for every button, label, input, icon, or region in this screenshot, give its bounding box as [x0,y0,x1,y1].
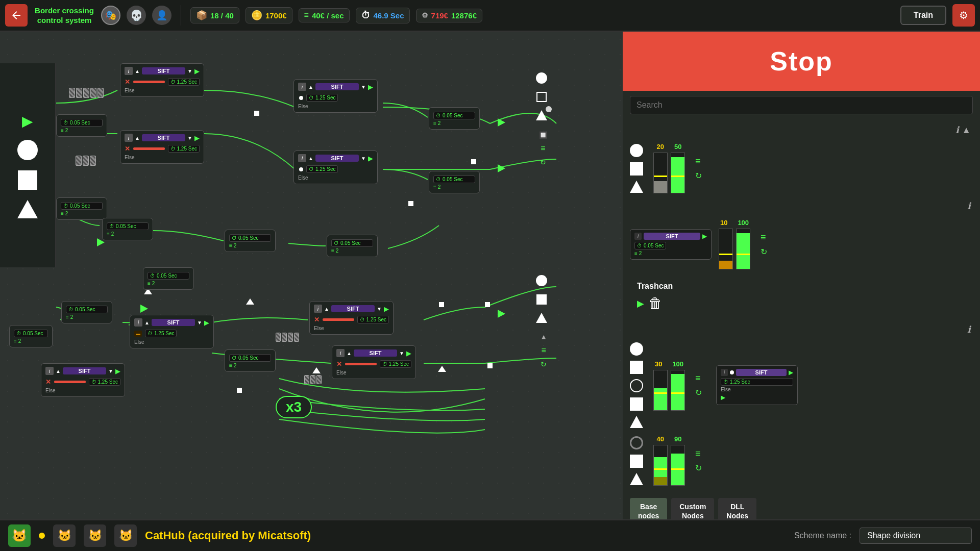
timer-node-7[interactable]: ⏱0.05 Sec ≡2 [102,218,153,240]
cat-avatar-1[interactable]: 🐱 [53,524,76,547]
shape-triangle-1 [630,181,643,193]
back-button[interactable] [5,4,28,27]
sift-node-17[interactable]: i ▲ SIFT ▼ ▶ ✕ ⏱1.25 Sec Else [41,363,125,397]
tab-dll-nodes[interactable]: DLL Nodes [718,498,756,520]
meter-bar-left [653,153,668,193]
svg-rect-7 [237,388,242,393]
total-value: 12876€ [451,11,477,20]
sift-node-1[interactable]: i ▲ SIFT ▼ ▶ ✕ ⏱1.25 Sec Else [120,63,204,97]
train-button[interactable]: Train [900,6,946,25]
square-shape [18,170,37,190]
meter-label-high: 50 [674,143,681,151]
queue-items-3 [276,333,299,342]
palette-row-1: 20 50 ≡ ↻ [630,143,973,193]
cat-avatar-3[interactable]: 🐱 [114,524,137,547]
timer-stat: ⏱ 46.9 Sec [356,8,410,23]
timer-node-11[interactable]: ⏱0.05 Sec ≡2 [429,171,480,193]
meter-label-low: 20 [657,143,664,151]
cat-dot [39,533,45,539]
sift-node-4[interactable]: i ▲ SIFT ▼ ▶ ⏱1.25 Sec Else [293,151,378,184]
settings-button[interactable]: ⚙ [952,4,975,27]
rate-stat: ≡ 40€ / sec [299,8,350,22]
node-info-badge: i [125,67,133,75]
timer-node-18[interactable]: ⏱0.05 Sec ≡2 [225,349,276,372]
trashcan-label: Trashcan [637,282,673,291]
multiplier-badge: x3 [276,396,312,418]
shape-circle-2 [630,342,643,356]
meter-group-1: 20 50 [653,143,685,193]
shape-triangle-3 [630,473,643,485]
timer-node-8[interactable]: ⏱0.05 Sec ≡2 [225,230,276,252]
bottombar: 🐱 🐱 🐱 🐱 CatHub (acquired by Micatsoft) S… [0,519,980,551]
timer-node-13[interactable]: ⏱0.05 Sec ≡2 [61,301,112,323]
shape-circle-1 [630,144,643,157]
sift-node-2[interactable]: i ▲ SIFT ▼ ▶ ⏱1.25 Sec Else [293,79,378,113]
shape-circle-outline [630,379,643,392]
search-input[interactable] [630,96,973,114]
palette-area: ℹ ▲ 20 50 [623,119,980,520]
node-x-mark: ✕ [125,78,130,86]
timer-node-19[interactable]: ⏱0.05 Sec ≡2 [9,325,53,347]
node-down-arrow[interactable]: ▼ [187,68,192,74]
scheme-name-input[interactable] [860,528,972,544]
palette-sift-node[interactable]: i SIFT ▶ ⏱1.25 Sec Else ▶ [716,365,798,405]
sift-node-3[interactable]: i ▲ SIFT ▼ ▶ ✕ ⏱1.25 Sec Else [120,130,204,164]
node-progress-bar [133,81,165,83]
svg-marker-17 [498,164,505,172]
trashcan-play-icon: ▶ [637,298,644,309]
timer-node-10[interactable]: ⏱0.05 Sec ≡2 [429,107,480,130]
avatar-main: 🎭 [101,6,120,25]
app-title: Border crossing control system [34,6,95,26]
svg-marker-20 [498,310,505,318]
layer-icons-2: ≡ ↻ [761,232,767,257]
tab-custom-nodes[interactable]: Custom Nodes [671,498,714,520]
meter-labels-1: 20 50 [657,143,682,151]
node-else-label: Else [125,88,200,93]
circle-shape [17,140,38,160]
timer-node-12[interactable]: ⏱0.05 Sec ≡2 [143,267,194,290]
canvas-area[interactable]: ▶ i ▲ SIFT ▼ ▶ ✕ ⏱1.25 Sec Else i ▲ SIFT… [0,32,623,520]
timer-node-5[interactable]: ⏱0.05 Sec ≡2 [56,114,107,137]
layer-icons-1: ≡ ↻ [695,156,702,181]
trashcan-icon: 🗑 [648,295,663,312]
sift-node-16[interactable]: i ▲ SIFT ▼ ▶ ✕ ⏱1.25 Sec Else [332,345,416,379]
meter-group-2: 10 100 [719,219,750,269]
trashcan-section: Trashcan ▶ 🗑 [630,277,973,317]
canvas-meters-2: ▲ ≡ ↻ [540,333,547,368]
info-icon-3[interactable]: ℹ [967,324,971,335]
stop-button[interactable]: Stop [623,32,980,91]
left-play-button[interactable]: ▶ [22,113,33,130]
left-shapes-panel: ▶ [0,63,56,267]
timer-node-9[interactable]: ⏱0.05 Sec ≡2 [327,235,378,257]
layer-icons-4: ≡ ↻ [695,448,702,473]
node2-timer: ⏱1.25 Sec [306,94,338,102]
canvas-shape-group-2 [536,275,547,323]
timer-node-6[interactable]: ⏱0.05 Sec ≡2 [56,197,107,220]
cathub-label: CatHub (acquired by Micatsoft) [145,529,786,542]
right-panel: Stop ℹ ▲ 20 50 [623,32,980,520]
info-icon-2[interactable]: ℹ [967,201,971,212]
meter-bar-right [671,153,685,193]
trashcan-button[interactable]: ▶ 🗑 [637,295,663,312]
coins-stat: 🪙 1700€ [246,7,292,23]
cat-avatar-green: 🐱 [8,524,31,547]
cat-avatar-2[interactable]: 🐱 [84,524,106,547]
svg-marker-11 [312,367,321,373]
shape-square-1 [630,162,643,176]
sift-node-15[interactable]: i ▲ SIFT ▼ ▶ ✕ ⏱1.25 Sec Else [309,301,394,335]
tab-base-nodes[interactable]: Base nodes [630,498,667,520]
shape-triangle-2 [630,416,643,428]
palette-node-card-1[interactable]: i SIFT ▶ ⏱0.05 Sec ≡2 [630,229,712,260]
canvas-meters-1: 🔲 ≡ ↻ [539,131,547,166]
svg-rect-5 [487,363,493,368]
queue-items-4 [304,375,322,384]
svg-rect-0 [254,111,259,116]
meter-bars-1 [653,153,685,193]
shape-icons-3 [630,436,643,485]
svg-marker-12 [438,366,446,372]
node-up-arrow[interactable]: ▲ [135,68,140,74]
queue-items-1 [69,88,104,98]
sift-node-14[interactable]: i ▲ SIFT ▼ ▶ ▬ ⏱1.25 Sec Else [130,315,214,348]
info-icon-1[interactable]: ℹ ▲ [955,124,971,136]
svg-marker-16 [498,118,505,127]
